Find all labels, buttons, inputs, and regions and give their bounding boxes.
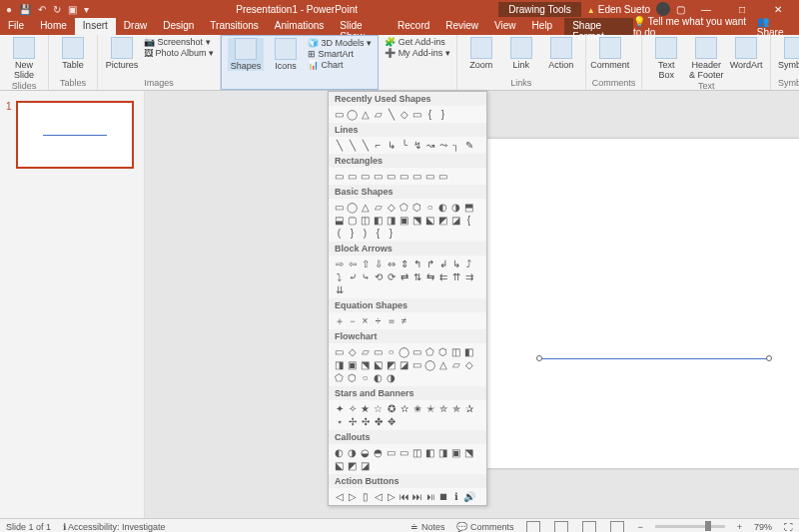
shape-item[interactable]: ✣ xyxy=(359,415,372,428)
get-addins-button[interactable]: 🧩 Get Add-ins xyxy=(385,37,450,47)
shape-item[interactable]: ▭ xyxy=(423,170,436,183)
slide-indicator[interactable]: Slide 1 of 1 xyxy=(6,522,51,532)
shape-item[interactable]: ▭ xyxy=(333,201,346,214)
new-slide-button[interactable]: New Slide xyxy=(6,37,42,80)
shape-item[interactable]: ╲ xyxy=(346,139,359,152)
shape-item[interactable]: ⬠ xyxy=(398,201,410,214)
shape-item[interactable]: ℹ xyxy=(449,490,462,503)
shape-item[interactable]: ⌐ xyxy=(372,139,385,152)
shape-item[interactable]: ▢ xyxy=(346,214,359,227)
shape-item[interactable]: ◯ xyxy=(346,201,359,214)
shape-item[interactable]: ⏭ xyxy=(410,490,423,503)
tab-help[interactable]: Help xyxy=(524,18,561,35)
tab-home[interactable]: Home xyxy=(32,18,75,35)
shape-item[interactable]: ÷ xyxy=(372,314,385,327)
smartart-button[interactable]: ⊞ SmartArt xyxy=(308,49,372,59)
shape-item[interactable]: ✬ xyxy=(410,402,423,415)
slide-sorter-view-button[interactable] xyxy=(554,521,568,533)
shape-item[interactable]: ◐ xyxy=(436,201,449,214)
shape-item[interactable]: ◇ xyxy=(398,108,410,121)
shape-item[interactable]: ╲ xyxy=(333,139,346,152)
shape-item[interactable]: ↳ xyxy=(385,139,398,152)
slideshow-view-button[interactable] xyxy=(610,521,624,533)
shape-item[interactable]: ╲ xyxy=(385,108,398,121)
shape-item[interactable]: ↝ xyxy=(423,139,436,152)
shape-item[interactable]: { xyxy=(372,227,385,240)
shape-item[interactable]: ▭ xyxy=(436,170,449,183)
line-handle-left[interactable] xyxy=(536,355,542,361)
shape-item[interactable]: ⇕ xyxy=(398,258,410,270)
shape-item[interactable]: △ xyxy=(436,358,449,371)
shape-item[interactable]: ○ xyxy=(385,345,398,358)
header-footer-button[interactable]: Header & Footer xyxy=(688,37,724,80)
shape-item[interactable]: ⇅ xyxy=(410,270,423,283)
shape-item[interactable]: ⬕ xyxy=(333,459,346,472)
3d-models-button[interactable]: 🧊 3D Models ▾ xyxy=(308,38,372,48)
shape-item[interactable]: ⏯ xyxy=(423,490,436,503)
shape-item[interactable]: ▣ xyxy=(449,446,462,459)
shape-item[interactable]: ▭ xyxy=(410,345,423,358)
shape-item[interactable]: ⇆ xyxy=(423,270,436,283)
shape-item[interactable]: ⇦ xyxy=(346,258,359,270)
shape-item[interactable]: ✪ xyxy=(385,402,398,415)
shape-item[interactable]: 🔊 xyxy=(462,490,475,503)
shape-item[interactable]: ✭ xyxy=(423,402,436,415)
shape-item[interactable]: ◒ xyxy=(359,446,372,459)
shape-item[interactable]: ⤳ xyxy=(436,139,449,152)
qat-more-icon[interactable]: ▾ xyxy=(84,4,89,15)
tab-insert[interactable]: Insert xyxy=(75,18,116,35)
shape-item[interactable]: ▭ xyxy=(333,345,346,358)
shape-item[interactable]: ⬡ xyxy=(436,345,449,358)
save-icon[interactable]: 💾 xyxy=(19,4,31,15)
shape-item[interactable]: ⬡ xyxy=(410,201,423,214)
shape-item[interactable]: ◇ xyxy=(385,201,398,214)
shape-item[interactable]: ▱ xyxy=(449,358,462,371)
notes-button[interactable]: ≐ Notes xyxy=(410,522,444,532)
zoom-level[interactable]: 79% xyxy=(754,522,772,532)
shape-item[interactable]: ◐ xyxy=(333,446,346,459)
redo-icon[interactable]: ↻ xyxy=(53,4,61,15)
shape-item[interactable]: ⬠ xyxy=(333,371,346,384)
shape-item[interactable]: ▷ xyxy=(385,490,398,503)
shape-item[interactable]: ⬡ xyxy=(346,371,359,384)
shape-item[interactable]: ✎ xyxy=(462,139,475,152)
icons-button[interactable]: Icons xyxy=(268,38,304,71)
normal-view-button[interactable] xyxy=(526,521,540,533)
shape-item[interactable]: ◩ xyxy=(346,459,359,472)
shapes-dropdown-menu[interactable]: Recently Used Shapes ▭◯△▱╲◇▭{} Lines ╲╲╲… xyxy=(328,91,487,506)
comment-button[interactable]: Comment xyxy=(592,37,628,70)
shape-item[interactable]: ◪ xyxy=(398,358,410,371)
shape-item[interactable]: ◩ xyxy=(436,214,449,227)
tab-animations[interactable]: Animations xyxy=(267,18,332,35)
shape-item[interactable]: ⬒ xyxy=(462,201,475,214)
shape-item[interactable]: ⇔ xyxy=(385,258,398,270)
shape-item[interactable]: △ xyxy=(359,201,372,214)
shape-item[interactable]: ＝ xyxy=(385,314,398,327)
photo-album-button[interactable]: 🖼 Photo Album ▾ xyxy=(144,48,214,58)
shape-item[interactable]: ▭ xyxy=(333,170,346,183)
shape-item[interactable]: ▭ xyxy=(385,170,398,183)
shape-item[interactable]: ✥ xyxy=(385,415,398,428)
action-button[interactable]: Action xyxy=(543,37,579,70)
shape-item[interactable]: ⟳ xyxy=(385,270,398,283)
shape-item[interactable]: ⇄ xyxy=(398,270,410,283)
shape-item[interactable]: ◧ xyxy=(423,446,436,459)
shape-item[interactable]: } xyxy=(346,227,359,240)
shape-item[interactable]: ◧ xyxy=(372,214,385,227)
shape-item[interactable]: ◨ xyxy=(436,446,449,459)
shape-item[interactable]: ▭ xyxy=(372,345,385,358)
autosave-toggle[interactable]: ● xyxy=(6,4,12,15)
symbols-button[interactable]: Symbols xyxy=(777,37,799,70)
slide-thumbnail-1[interactable] xyxy=(16,101,134,169)
zoom-in-button[interactable]: + xyxy=(737,522,742,532)
tab-draw[interactable]: Draw xyxy=(116,18,155,35)
shape-item[interactable]: ◑ xyxy=(449,201,462,214)
maximize-button[interactable]: □ xyxy=(727,4,757,15)
shapes-button[interactable]: Shapes xyxy=(228,38,264,71)
shape-item[interactable]: ) xyxy=(359,227,372,240)
shape-item[interactable]: ◇ xyxy=(462,358,475,371)
shape-item[interactable]: ＋ xyxy=(333,314,346,327)
shape-item[interactable]: { xyxy=(423,108,436,121)
shape-item[interactable]: ✫ xyxy=(398,402,410,415)
tab-shape-format[interactable]: Shape Format xyxy=(564,18,633,35)
